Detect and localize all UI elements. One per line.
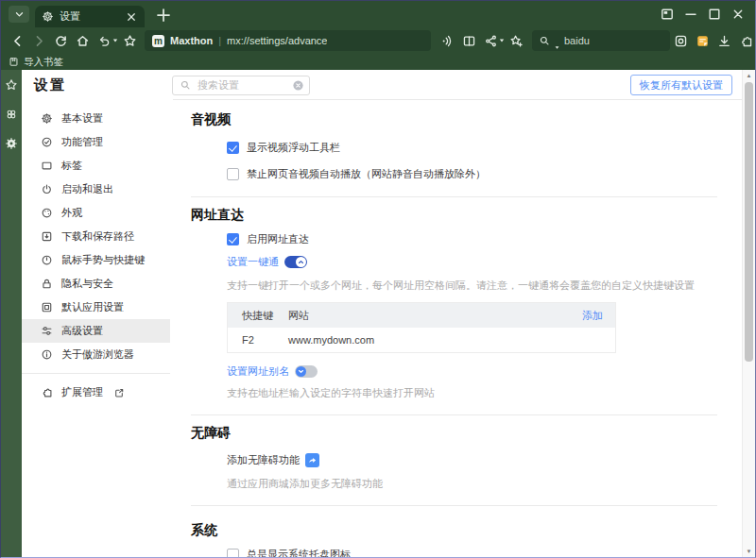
settings-sidebar: 基本设置功能管理标签启动和退出外观下载和保存路径鼠标手势与快捷键隐私与安全默认应… <box>22 100 170 557</box>
sidebar-item-label: 关于傲游浏览器 <box>61 347 134 362</box>
notes-button[interactable] <box>692 30 713 51</box>
screenshot-button[interactable] <box>670 30 692 51</box>
checkbox-label: 显示视频浮动工具栏 <box>247 141 340 155</box>
sidebar-item-default-apps[interactable]: 默认应用设置 <box>22 296 170 319</box>
checkbox-row-autoplay-block[interactable]: 禁止网页音视频自动播放（网站静音自动播放除外） <box>227 167 717 181</box>
sidebar-item-label: 隐私与安全 <box>61 277 113 291</box>
tab-list-button[interactable] <box>9 6 29 23</box>
sidebar-divider <box>22 373 170 374</box>
tab-title: 设置 <box>60 9 119 24</box>
sidebar-item-label: 外观 <box>61 206 82 220</box>
checkbox[interactable] <box>227 233 239 245</box>
url-alias-expand-toggle[interactable] <box>295 365 318 378</box>
maximize-icon[interactable] <box>707 7 722 22</box>
side-rail <box>1 70 22 557</box>
reading-mode-button[interactable] <box>458 30 480 51</box>
rail-apps-icon[interactable] <box>5 108 18 121</box>
quick-search-box[interactable]: baidu <box>532 30 670 51</box>
checkbox[interactable] <box>227 549 239 557</box>
split-screen-icon[interactable] <box>660 7 675 22</box>
content-scrollbar[interactable]: ▲ ▼ <box>742 70 755 557</box>
caret-down-icon <box>498 37 506 44</box>
url-alias-settings-link[interactable]: 设置网址别名 <box>227 364 717 379</box>
add-accessibility-row[interactable]: 添加无障碍功能 <box>227 453 717 467</box>
chevron-up-icon <box>297 258 305 266</box>
scroll-down-arrow[interactable]: ▼ <box>743 549 755 554</box>
sidebar-item-feature-manage[interactable]: 功能管理 <box>22 130 170 154</box>
share-icon <box>484 34 498 48</box>
section-divider <box>191 414 717 415</box>
settings-page: 设置 恢复所有默认设置 基本设置功能管理标签启动和退出外观下载和保存路径鼠标手势… <box>22 70 742 557</box>
forward-button[interactable] <box>28 30 50 51</box>
forward-icon <box>32 34 46 48</box>
sidebar-item-basic-settings[interactable]: 基本设置 <box>22 107 170 130</box>
checkbox-label: 启用网址直达 <box>247 232 309 246</box>
section-title-av: 音视频 <box>191 111 717 127</box>
sidebar-item-about[interactable]: 关于傲游浏览器 <box>22 343 170 366</box>
checkbox-row-tray-icon[interactable]: 总是显示系统托盘图标 <box>227 548 717 557</box>
appframe-icon <box>41 301 53 313</box>
add-hotkey-link[interactable]: 添加 <box>582 309 615 323</box>
sidebar-item-label: 标签 <box>61 159 82 173</box>
scrollbar-thumb[interactable] <box>745 82 753 362</box>
hotkey-table-header: 快捷键 网站 添加 <box>228 303 615 328</box>
active-tab[interactable]: 设置 <box>35 6 145 27</box>
home-icon <box>76 34 90 48</box>
undo-icon <box>97 34 112 48</box>
downloads-button[interactable] <box>713 30 735 51</box>
window-close-icon[interactable] <box>730 7 746 22</box>
tab-list-chevron-icon <box>14 9 25 20</box>
checkbox[interactable] <box>227 142 239 154</box>
restore-defaults-button[interactable]: 恢复所有默认设置 <box>630 75 732 95</box>
sidebar-item-startup-exit[interactable]: 启动和退出 <box>22 178 170 201</box>
clock-icon <box>41 254 53 266</box>
link-label: 设置网址别名 <box>227 364 289 379</box>
back-button[interactable] <box>7 30 28 51</box>
one-key-collapse-toggle[interactable] <box>284 256 307 268</box>
rail-settings-icon[interactable] <box>5 137 18 150</box>
favorite-button[interactable] <box>119 30 141 51</box>
settings-body: 基本设置功能管理标签启动和退出外观下载和保存路径鼠标手势与快捷键隐私与安全默认应… <box>22 100 742 557</box>
add-accessibility-label: 添加无障碍功能 <box>227 453 300 467</box>
sidebar-item-advanced[interactable]: 高级设置 <box>22 319 170 343</box>
collect-icon <box>509 34 524 48</box>
settings-search-input[interactable] <box>196 78 287 92</box>
link-label: 设置一键通 <box>227 255 279 269</box>
extensions-button[interactable] <box>735 30 756 51</box>
collect-button[interactable] <box>506 30 527 51</box>
sidebar-item-mouse-gesture[interactable]: 鼠标手势与快捷键 <box>22 248 170 272</box>
import-bookmarks-button[interactable]: 导入书签 <box>24 56 63 69</box>
clear-search-icon[interactable] <box>292 79 304 92</box>
minimize-icon[interactable] <box>683 7 698 22</box>
sidebar-item-download-path[interactable]: 下载和保存路径 <box>22 225 170 248</box>
checkbox-row-enable-url-direct[interactable]: 启用网址直达 <box>227 232 717 246</box>
home-button[interactable] <box>72 30 94 51</box>
browser-window: 设置 m Maxthon | mx://settings/advance <box>0 0 756 558</box>
undo-dropdown[interactable] <box>112 30 119 51</box>
folderdl-icon <box>41 230 53 243</box>
reload-button[interactable] <box>50 30 72 51</box>
app-body: 设置 恢复所有默认设置 基本设置功能管理标签启动和退出外观下载和保存路径鼠标手势… <box>1 70 755 557</box>
checkbox[interactable] <box>227 168 239 180</box>
tab-close-icon[interactable] <box>125 10 138 24</box>
sidebar-item-tabs[interactable]: 标签 <box>22 154 170 178</box>
external-link-icon <box>113 387 125 398</box>
read-aloud-button[interactable] <box>437 30 458 51</box>
open-app-store-icon[interactable] <box>305 453 319 467</box>
checkbox-row-video-toolbar[interactable]: 显示视频浮动工具栏 <box>227 141 717 155</box>
address-bar[interactable]: m Maxthon | mx://settings/advance <box>145 30 431 51</box>
settings-search-box[interactable] <box>172 76 310 95</box>
one-key-settings-link[interactable]: 设置一键通 <box>227 255 717 269</box>
import-bookmarks-icon <box>9 57 19 67</box>
share-dropdown[interactable] <box>498 30 506 51</box>
sidebar-item-extensions[interactable]: 扩展管理 <box>22 380 170 404</box>
sidebar-item-label: 启动和退出 <box>61 182 113 196</box>
scroll-up-arrow[interactable]: ▲ <box>743 73 755 78</box>
sidebar-item-appearance[interactable]: 外观 <box>22 201 170 225</box>
url-text: mx://settings/advance <box>227 35 327 46</box>
brand-label: Maxthon <box>170 35 213 46</box>
rail-favorites-icon[interactable] <box>5 78 18 92</box>
new-tab-button[interactable] <box>154 6 173 25</box>
feature-icon <box>41 136 53 148</box>
sidebar-item-privacy-security[interactable]: 隐私与安全 <box>22 272 170 296</box>
